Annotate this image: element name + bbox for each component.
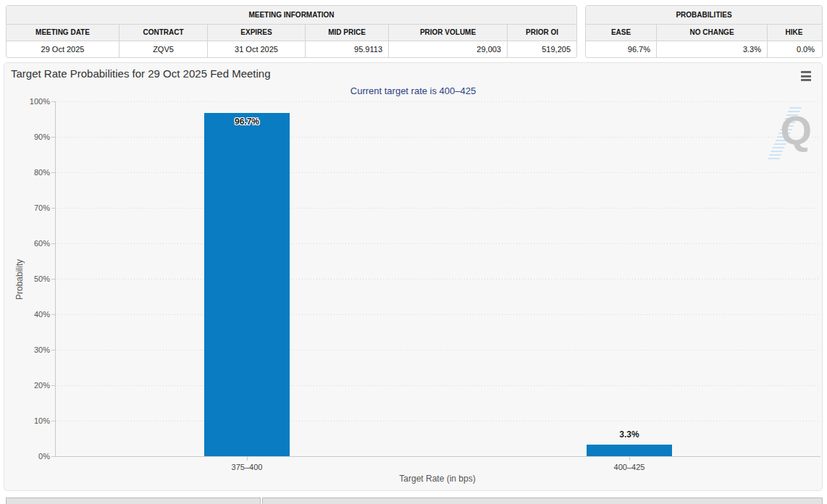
meeting-info-header-cell: MID PRICE <box>305 25 388 41</box>
probabilities-header-cell: EASE <box>586 25 656 41</box>
y-axis-tick <box>51 172 55 173</box>
y-axis-label: 80% <box>8 168 50 177</box>
y-gridline <box>56 101 820 102</box>
y-axis-tick <box>51 350 55 350</box>
bottom-panel-right <box>262 497 823 504</box>
y-axis-label: 90% <box>8 133 50 141</box>
watermark-letter: Q <box>780 110 812 151</box>
probabilities-data-row: 96.7%3.3%0.0% <box>586 41 822 57</box>
bar-value-label: 96.7% <box>203 117 290 127</box>
meeting-information-table: MEETING INFORMATION MEETING DATECONTRACT… <box>6 5 577 58</box>
y-axis-tick <box>51 421 55 421</box>
y-gridline <box>56 385 820 386</box>
meeting-info-value-cell: 519,205 <box>507 41 576 57</box>
meeting-information-title: MEETING INFORMATION <box>7 6 576 25</box>
hamburger-menu-icon[interactable] <box>799 70 813 82</box>
probabilities-header-cell: HIKE <box>767 25 820 41</box>
fedwatch-tool-page: MEETING INFORMATION MEETING DATECONTRACT… <box>0 0 827 504</box>
meeting-info-header-cell: MEETING DATE <box>7 25 119 41</box>
meeting-info-header-cell: CONTRACT <box>119 25 207 41</box>
y-gridline <box>56 243 820 244</box>
y-axis-label: 0% <box>8 452 50 461</box>
probability-bar <box>204 113 290 456</box>
chart-container: Target Rate Probabilities for 29 Oct 202… <box>4 62 823 491</box>
meeting-information-data-row: 29 Oct 2025ZQV531 Oct 202595.911329,0035… <box>7 41 576 57</box>
x-axis-category-label: 375–400 <box>203 463 290 471</box>
bottom-panel-left <box>6 497 261 504</box>
y-axis-tick <box>51 208 55 209</box>
y-axis-label: 50% <box>8 274 50 283</box>
y-axis-label: 20% <box>8 381 50 390</box>
probabilities-title: PROBABILITIES <box>586 6 822 25</box>
quikstrike-q-watermark: Q <box>767 104 812 164</box>
meeting-info-value-cell: ZQV5 <box>119 41 207 57</box>
x-axis-tick <box>629 457 630 461</box>
y-axis-label: 10% <box>8 416 50 425</box>
y-axis-label: 30% <box>8 345 50 354</box>
meeting-info-header-cell: PRIOR VOLUME <box>388 25 507 41</box>
y-axis-tick <box>51 385 55 386</box>
x-axis-category-label: 400–425 <box>586 463 673 471</box>
y-axis-tick <box>51 137 55 138</box>
probabilities-header-cell: NO CHANGE <box>656 25 767 41</box>
chart-subtitle: Current target rate is 400–425 <box>4 85 822 96</box>
meeting-info-value-cell: 29 Oct 2025 <box>7 41 119 57</box>
y-gridline <box>56 279 820 280</box>
x-axis-title: Target Rate (in bps) <box>55 474 820 484</box>
y-axis-tick <box>51 243 55 244</box>
y-axis-tick <box>51 456 55 457</box>
y-axis-label: 60% <box>8 239 50 248</box>
y-axis-tick <box>51 101 55 102</box>
probabilities-table: PROBABILITIES EASENO CHANGEHIKE 96.7%3.3… <box>585 5 823 58</box>
meeting-info-value-cell: 31 Oct 2025 <box>207 41 305 57</box>
meeting-info-value-cell: 29,003 <box>388 41 507 57</box>
chart-title: Target Rate Probabilities for 29 Oct 202… <box>11 67 271 80</box>
probabilities-value-cell: 0.0% <box>767 41 820 57</box>
y-axis-tick <box>51 314 55 315</box>
bar-value-label: 3.3% <box>586 429 673 440</box>
meeting-info-value-cell: 95.9113 <box>305 41 388 57</box>
probabilities-value-cell: 3.3% <box>656 41 767 57</box>
probability-bar <box>587 445 672 456</box>
y-gridline <box>56 350 820 350</box>
probabilities-value-cell: 96.7% <box>586 41 656 57</box>
y-gridline <box>56 208 820 209</box>
y-axis-label: 40% <box>8 310 50 319</box>
y-gridline <box>56 314 820 315</box>
meeting-information-header-row: MEETING DATECONTRACTEXPIRESMID PRICEPRIO… <box>7 25 576 41</box>
x-axis-tick <box>247 457 248 461</box>
y-axis-tick <box>51 279 55 280</box>
y-gridline <box>56 172 820 173</box>
y-gridline <box>56 421 820 421</box>
y-gridline <box>56 137 820 138</box>
probabilities-header-row: EASENO CHANGEHIKE <box>586 25 822 41</box>
meeting-info-header-cell: EXPIRES <box>207 25 305 41</box>
plot-area: Q 0%10%20%30%40%50%60%70%80%90%100%96.7%… <box>55 101 820 457</box>
y-axis-label: 70% <box>8 203 50 212</box>
meeting-info-header-cell: PRIOR OI <box>507 25 576 41</box>
y-axis-label: 100% <box>8 97 50 106</box>
